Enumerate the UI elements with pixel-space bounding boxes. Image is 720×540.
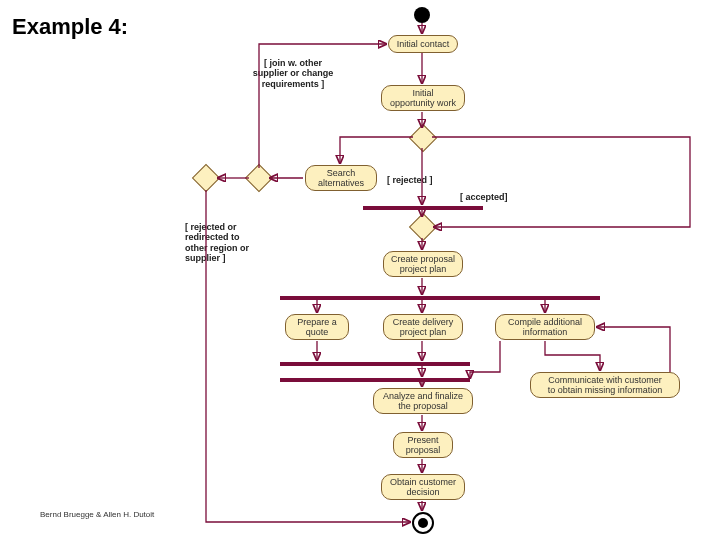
- sync-bar-join2: [280, 378, 470, 382]
- sync-bar-1: [363, 206, 483, 210]
- activity-create-proposal-plan: Create proposal project plan: [383, 251, 463, 277]
- activity-analyze-finalize: Analyze and finalize the proposal: [373, 388, 473, 414]
- activity-communicate-missing-info: Communicate with customer to obtain miss…: [530, 372, 680, 398]
- activity-search-alternatives: Search alternatives: [305, 165, 377, 191]
- activity-obtain-decision: Obtain customer decision: [381, 474, 465, 500]
- activity-initial-contact: Initial contact: [388, 35, 458, 53]
- decision-node-left: [245, 164, 273, 192]
- activity-initial-opportunity-work: Initial opportunity work: [381, 85, 465, 111]
- activity-compile-additional-info: Compile additional information: [495, 314, 595, 340]
- sync-bar-fork: [280, 296, 600, 300]
- activity-present-proposal: Present proposal: [393, 432, 453, 458]
- merge-node-far-left: [192, 164, 220, 192]
- page-title: Example 4:: [12, 14, 128, 40]
- initial-node-icon: [414, 7, 430, 23]
- final-node-icon: [412, 512, 434, 534]
- diagram-canvas: Example 4: Bernd Bruegge & Allen H. Duto…: [0, 0, 720, 540]
- guard-rejected-redirected: [ rejected or redirected to other region…: [185, 222, 273, 263]
- sync-bar-join: [280, 362, 470, 366]
- guard-rejected: [ rejected ]: [387, 175, 433, 185]
- decision-node-1: [409, 124, 437, 152]
- guard-accepted: [ accepted]: [460, 192, 508, 202]
- guard-join-other-supplier: [ join w. other supplier or change requi…: [238, 58, 348, 89]
- activity-create-delivery-plan: Create delivery project plan: [383, 314, 463, 340]
- merge-node-accepted: [409, 213, 437, 241]
- flow-arrows: [0, 0, 720, 540]
- activity-prepare-quote: Prepare a quote: [285, 314, 349, 340]
- credit-text: Bernd Bruegge & Allen H. Dutoit: [40, 510, 154, 519]
